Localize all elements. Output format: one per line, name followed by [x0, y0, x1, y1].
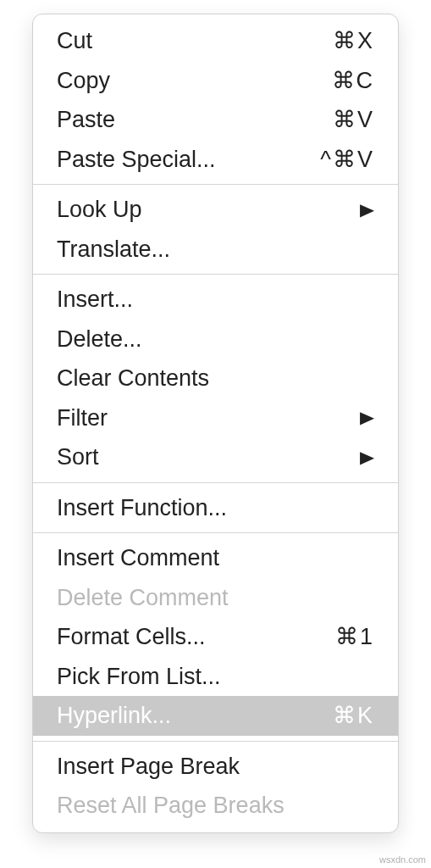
menu-divider: [33, 741, 398, 742]
menu-divider: [33, 532, 398, 533]
menu-item-look-up[interactable]: Look Up ▶: [33, 190, 398, 230]
menu-item-insert-comment[interactable]: Insert Comment: [33, 538, 398, 578]
menu-item-cut[interactable]: Cut ⌘X: [33, 21, 398, 61]
menu-item-label: Delete Comment: [57, 581, 229, 615]
menu-item-clear-contents[interactable]: Clear Contents: [33, 359, 398, 398]
menu-item-copy[interactable]: Copy ⌘C: [33, 61, 398, 101]
keyboard-shortcut: ⌘C: [332, 64, 375, 98]
menu-item-delete[interactable]: Delete...: [33, 320, 398, 359]
chevron-right-icon: ▶: [360, 405, 374, 431]
menu-item-paste-special[interactable]: Paste Special... ^⌘V: [33, 140, 398, 180]
menu-item-label: Format Cells...: [57, 620, 206, 654]
menu-item-label: Insert...: [57, 282, 133, 317]
context-menu: Cut ⌘X Copy ⌘C Paste ⌘V Paste Special...…: [32, 14, 399, 833]
menu-divider: [33, 482, 398, 483]
menu-item-label: Hyperlink...: [57, 698, 171, 733]
keyboard-shortcut: ⌘1: [335, 620, 374, 654]
keyboard-shortcut: ⌘X: [333, 24, 374, 58]
menu-item-label: Copy: [57, 64, 110, 98]
watermark-text: wsxdn.com: [379, 854, 426, 865]
menu-item-insert-page-break[interactable]: Insert Page Break: [33, 747, 398, 787]
menu-item-label: Clear Contents: [57, 361, 209, 396]
menu-item-translate[interactable]: Translate...: [33, 230, 398, 270]
menu-item-label: Translate...: [57, 232, 170, 267]
menu-item-format-cells[interactable]: Format Cells... ⌘1: [33, 617, 398, 657]
menu-item-label: Insert Comment: [57, 541, 219, 576]
menu-divider: [33, 274, 398, 275]
chevron-right-icon: ▶: [360, 444, 374, 470]
menu-item-paste[interactable]: Paste ⌘V: [33, 100, 398, 140]
menu-item-insert[interactable]: Insert...: [33, 280, 398, 320]
menu-divider: [33, 184, 398, 185]
keyboard-shortcut: ⌘V: [333, 103, 374, 137]
keyboard-shortcut: ^⌘V: [320, 142, 374, 177]
menu-item-label: Insert Page Break: [57, 749, 240, 784]
menu-item-hyperlink[interactable]: Hyperlink... ⌘K: [33, 696, 398, 736]
menu-item-reset-all-page-breaks: Reset All Page Breaks: [33, 786, 398, 826]
menu-item-sort[interactable]: Sort ▶: [33, 437, 398, 477]
menu-item-label: Filter: [57, 401, 108, 436]
menu-item-label: Paste: [57, 103, 115, 137]
menu-item-label: Pick From List...: [57, 659, 221, 694]
chevron-right-icon: ▶: [360, 197, 374, 222]
menu-item-label: Sort: [57, 440, 99, 475]
menu-item-label: Cut: [57, 24, 92, 58]
menu-item-label: Insert Function...: [57, 491, 227, 526]
menu-item-label: Delete...: [57, 322, 142, 357]
menu-item-delete-comment: Delete Comment: [33, 578, 398, 618]
menu-item-label: Reset All Page Breaks: [57, 788, 285, 823]
menu-item-label: Look Up: [57, 192, 142, 227]
menu-item-insert-function[interactable]: Insert Function...: [33, 488, 398, 528]
menu-item-pick-from-list[interactable]: Pick From List...: [33, 657, 398, 697]
keyboard-shortcut: ⌘K: [333, 698, 374, 733]
menu-item-label: Paste Special...: [57, 142, 216, 177]
menu-item-filter[interactable]: Filter ▶: [33, 398, 398, 438]
